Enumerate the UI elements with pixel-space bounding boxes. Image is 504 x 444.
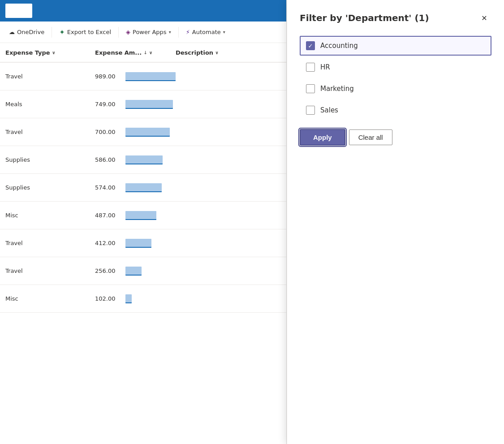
onedrive-icon: ☁ xyxy=(9,29,15,35)
description-chevron-icon: ∨ xyxy=(215,50,219,55)
expense-type-cell: Travel xyxy=(5,73,95,80)
filter-close-button[interactable]: ✕ xyxy=(477,11,491,25)
table-row[interactable]: Supplies 586.00 xyxy=(0,146,286,174)
table-row[interactable]: Meals 749.00 xyxy=(0,91,286,118)
expense-amount-cell: 102.00 xyxy=(95,294,176,303)
amount-value: 586.00 xyxy=(95,156,122,163)
expense-type-header-label: Expense Type xyxy=(5,49,50,56)
filter-title: Filter by 'Department' (1) xyxy=(300,13,429,23)
filter-header: Filter by 'Department' (1) ✕ xyxy=(300,11,491,25)
table-row[interactable]: Travel 256.00 xyxy=(0,257,286,285)
checkbox-accounting[interactable]: ✓ xyxy=(306,41,315,50)
amount-bar-group: 989.00 xyxy=(95,72,176,81)
amount-value: 256.00 xyxy=(95,267,122,274)
amount-bar xyxy=(125,155,163,164)
filter-option-hr[interactable]: HR xyxy=(300,57,491,77)
filter-options: ✓ Accounting HR Marketing Sales xyxy=(300,36,491,120)
table-row[interactable]: Misc 487.00 xyxy=(0,202,286,229)
export-label: Export to Excel xyxy=(67,29,111,35)
expense-type-cell: Meals xyxy=(5,101,95,108)
expense-type-cell: Supplies xyxy=(5,184,95,191)
amount-bar xyxy=(125,72,176,81)
amount-bar xyxy=(125,100,173,109)
automate-chevron-icon: ▾ xyxy=(223,30,225,34)
table-row[interactable]: Supplies 574.00 xyxy=(0,174,286,202)
table-rows: Travel 989.00 Meals 749.00 Travel xyxy=(0,63,286,313)
clear-all-button[interactable]: Clear all xyxy=(349,129,392,145)
amount-bar-group: 412.00 xyxy=(95,239,176,248)
toolbar-separator xyxy=(52,27,52,38)
close-icon: ✕ xyxy=(481,14,487,22)
expense-type-cell: Misc xyxy=(5,212,95,219)
option-label-sales: Sales xyxy=(320,106,338,114)
expense-type-cell: Travel xyxy=(5,267,95,274)
powerapps-label: Power Apps xyxy=(133,29,167,35)
amount-bar-group: 102.00 xyxy=(95,294,176,303)
option-label-hr: HR xyxy=(320,63,330,71)
option-label-marketing: Marketing xyxy=(320,85,354,93)
expense-table: Expense Type ∨ Expense Am... ↓ ∨ Descrip… xyxy=(0,43,286,313)
expense-amount-cell: 256.00 xyxy=(95,267,176,276)
expense-amount-cell: 412.00 xyxy=(95,239,176,248)
amount-bar-group: 586.00 xyxy=(95,155,176,164)
powerapps-icon: ◈ xyxy=(126,29,130,35)
expense-amount-cell: 586.00 xyxy=(95,155,176,164)
top-bar xyxy=(0,0,286,22)
table-row[interactable]: Travel 700.00 xyxy=(0,118,286,146)
toolbar-separator-2 xyxy=(118,27,119,38)
amount-bar xyxy=(125,239,151,248)
expense-type-sort-icon: ∨ xyxy=(52,50,56,55)
expense-amount-cell: 700.00 xyxy=(95,128,176,137)
filter-option-sales[interactable]: Sales xyxy=(300,100,491,120)
amount-bar-group: 749.00 xyxy=(95,100,176,109)
amount-value: 700.00 xyxy=(95,129,122,135)
amount-value: 574.00 xyxy=(95,184,122,191)
powerapps-chevron-icon: ▾ xyxy=(169,30,171,34)
checkbox-sales[interactable] xyxy=(306,106,315,115)
amount-bar xyxy=(125,211,156,220)
excel-icon: ✦ xyxy=(59,28,65,36)
expense-amount-cell: 487.00 xyxy=(95,211,176,220)
amount-bar xyxy=(125,267,142,276)
export-excel-button[interactable]: ✦ Export to Excel xyxy=(56,26,115,38)
toolbar: ☁ OneDrive ✦ Export to Excel ◈ Power App… xyxy=(0,22,286,43)
expense-amount-cell: 989.00 xyxy=(95,72,176,81)
table-row[interactable]: Travel 412.00 xyxy=(0,229,286,257)
powerapps-button[interactable]: ◈ Power Apps ▾ xyxy=(122,27,175,37)
expense-type-cell: Supplies xyxy=(5,156,95,163)
col-header-description[interactable]: Description ∨ xyxy=(176,49,281,56)
app-logo xyxy=(5,4,32,18)
amount-bar-group: 256.00 xyxy=(95,267,176,276)
automate-label: Automate xyxy=(192,29,221,35)
onedrive-label: OneDrive xyxy=(17,29,44,35)
checkbox-marketing[interactable] xyxy=(306,84,315,93)
amount-bar-group: 487.00 xyxy=(95,211,176,220)
expense-amount-cell: 574.00 xyxy=(95,183,176,192)
amount-value: 487.00 xyxy=(95,212,122,219)
amount-value: 989.00 xyxy=(95,73,122,80)
expense-type-cell: Travel xyxy=(5,129,95,135)
amount-bar-group: 700.00 xyxy=(95,128,176,137)
option-label-accounting: Accounting xyxy=(320,42,358,50)
amount-bar-group: 574.00 xyxy=(95,183,176,192)
checkmark-icon: ✓ xyxy=(308,43,313,49)
col-header-expense-amount[interactable]: Expense Am... ↓ ∨ xyxy=(95,49,176,56)
filter-actions: Apply Clear all xyxy=(300,129,491,146)
amount-value: 412.00 xyxy=(95,240,122,246)
filter-option-accounting[interactable]: ✓ Accounting xyxy=(300,36,491,56)
apply-button[interactable]: Apply xyxy=(300,129,345,146)
automate-icon: ⚡ xyxy=(186,29,190,35)
col-header-expense-type[interactable]: Expense Type ∨ xyxy=(5,49,95,56)
automate-button[interactable]: ⚡ Automate ▾ xyxy=(182,27,229,37)
table-row[interactable]: Misc 102.00 xyxy=(0,285,286,313)
onedrive-button[interactable]: ☁ OneDrive xyxy=(5,27,48,37)
amount-bar xyxy=(125,183,162,192)
filter-option-marketing[interactable]: Marketing xyxy=(300,79,491,99)
toolbar-separator-3 xyxy=(178,27,179,38)
amount-bar xyxy=(125,128,170,137)
expense-amount-chevron-icon: ∨ xyxy=(149,50,153,55)
table-row[interactable]: Travel 989.00 xyxy=(0,63,286,91)
checkbox-hr[interactable] xyxy=(306,63,315,72)
table-header: Expense Type ∨ Expense Am... ↓ ∨ Descrip… xyxy=(0,43,286,63)
main-content: ☁ OneDrive ✦ Export to Excel ◈ Power App… xyxy=(0,0,287,444)
